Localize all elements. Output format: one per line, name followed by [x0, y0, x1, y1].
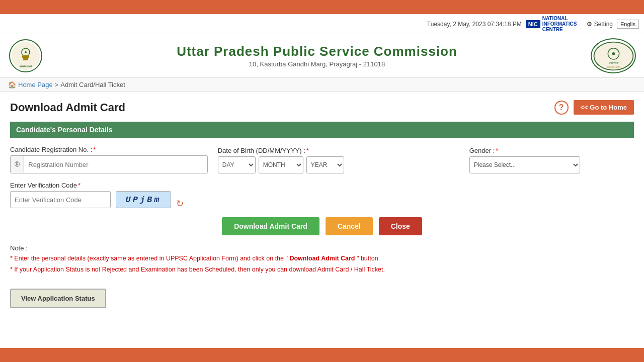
note-item-1: * Enter the personal details (exactly sa…	[10, 254, 634, 263]
utility-bar: Tuesday, 2 May, 2023 07:34:18 PM NIC NAT…	[0, 14, 644, 34]
help-button[interactable]: ?	[554, 101, 569, 115]
setting-label: Setting	[594, 21, 613, 28]
breadcrumb: 🏠 Home Page > Admit Card/Hall Ticket	[0, 78, 644, 92]
registration-input[interactable]	[24, 156, 207, 173]
verification-group: Enter Verification Code*	[10, 182, 111, 208]
svg-rect-5	[23, 58, 28, 60]
dob-selects: DAY 123456789101112131415161718192021222…	[218, 156, 459, 173]
verification-input[interactable]	[10, 191, 111, 208]
registration-group: Candidate Registration No. :* ®	[10, 146, 208, 173]
download-admit-card-button[interactable]: Download Admit Card	[222, 217, 319, 235]
language-button[interactable]: Englis	[617, 20, 639, 29]
view-status-section: View Application Status	[10, 285, 634, 316]
go-home-button[interactable]: << Go to Home	[574, 100, 634, 115]
gear-icon: ⚙	[587, 21, 592, 28]
verification-required-mark: *	[78, 182, 80, 189]
breadcrumb-current: Admit Card/Hall Ticket	[60, 81, 125, 88]
breadcrumb-separator: >	[55, 81, 59, 88]
header-center: Uttar Pradesh Public Service Commission …	[43, 44, 591, 68]
emblem-left: सत्यमेव जयते	[8, 38, 43, 73]
setting-button[interactable]: ⚙ Setting	[587, 21, 613, 28]
close-button[interactable]: Close	[379, 217, 422, 235]
nic-box: NIC	[526, 20, 540, 28]
dob-required-mark: *	[306, 147, 309, 154]
top-orange-bar	[0, 0, 644, 14]
buttons-row: Download Admit Card Cancel Close	[10, 217, 634, 235]
page-title: Download Admit Card	[10, 101, 125, 114]
home-icon: 🏠	[8, 81, 16, 88]
language-label: Englis	[620, 21, 635, 27]
svg-text:उत्तर प्रदेश: उत्तर प्रदेश	[608, 61, 618, 65]
dob-group: Date of Birth (DD/MM/YYYY) :* DAY 123456…	[218, 147, 459, 173]
gender-group: Gender :* Please Select... Male Female T…	[469, 147, 634, 173]
captcha-image: UPjBm	[116, 191, 171, 208]
svg-point-9	[612, 52, 615, 55]
gender-required-mark: *	[496, 147, 498, 154]
registered-icon: ®	[11, 156, 24, 173]
page-title-actions: ? << Go to Home	[554, 100, 634, 115]
view-application-status-button[interactable]: View Application Status	[10, 289, 106, 308]
timestamp-text: Tuesday, 2 May, 2023 07:34:18 PM	[427, 21, 522, 28]
emblem-right: उत्तर प्रदेश लोक सेवा आयोग	[591, 38, 636, 73]
notes-label: Note :	[10, 244, 634, 252]
header: सत्यमेव जयते Uttar Pradesh Public Servic…	[0, 34, 644, 78]
day-select[interactable]: DAY 123456789101112131415161718192021222…	[218, 156, 256, 173]
notes-section: Note : * Enter the personal details (exa…	[10, 244, 634, 275]
gender-label: Gender :*	[469, 147, 634, 154]
nic-logo: NIC NATIONAL INFORMATICS CENTRE	[526, 16, 583, 32]
gender-select[interactable]: Please Select... Male Female Transgender	[469, 156, 580, 173]
form-row-1: Candidate Registration No. :* ® Date of …	[10, 146, 634, 173]
verification-label: Enter Verification Code*	[10, 182, 111, 189]
note-item-2: * If your Application Status is not Reje…	[10, 265, 634, 275]
registration-label: Candidate Registration No. :*	[10, 146, 208, 153]
section-header-personal: Candidate's Personal Details	[10, 122, 634, 138]
reg-input-wrapper: ®	[10, 155, 208, 173]
year-select[interactable]: YEAR 19601961196219631964196519661967196…	[306, 156, 344, 173]
header-title: Uttar Pradesh Public Service Commission	[43, 44, 591, 59]
breadcrumb-home[interactable]: Home Page	[18, 81, 53, 88]
page-title-row: Download Admit Card ? << Go to Home	[10, 100, 634, 115]
verification-row: Enter Verification Code* UPjBm ↻	[10, 182, 634, 208]
main-content: Download Admit Card ? << Go to Home Cand…	[0, 92, 644, 324]
refresh-icon[interactable]: ↻	[176, 199, 184, 208]
svg-text:सत्यमेव जयते: सत्यमेव जयते	[19, 65, 32, 68]
dob-label: Date of Birth (DD/MM/YYYY) :*	[218, 147, 459, 154]
svg-point-3	[25, 51, 27, 53]
month-select[interactable]: MONTH JanuaryFebruaryMarchAprilMayJuneJu…	[259, 156, 303, 173]
nic-full-text: NATIONAL INFORMATICS CENTRE	[542, 16, 583, 32]
header-subtitle: 10, Kasturba Gandhi Marg, Prayagraj - 21…	[43, 60, 591, 68]
svg-text:लोक सेवा आयोग: लोक सेवा आयोग	[607, 65, 620, 68]
cancel-button[interactable]: Cancel	[326, 217, 373, 235]
svg-rect-4	[22, 55, 29, 58]
reg-required-mark: *	[93, 146, 96, 153]
